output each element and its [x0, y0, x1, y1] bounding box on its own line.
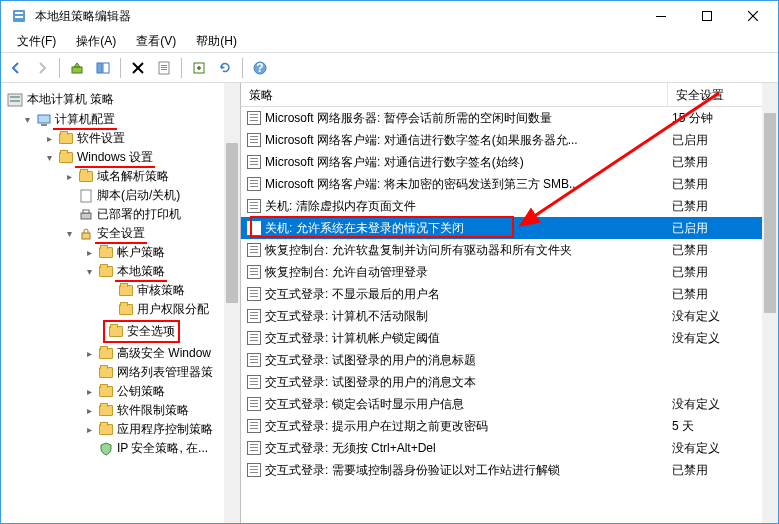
- list-row[interactable]: 交互式登录: 不显示最后的用户名已禁用: [241, 283, 778, 305]
- tree-node-advanced-windows[interactable]: ▸ 高级安全 Window: [7, 344, 238, 363]
- shield-icon: [98, 441, 114, 457]
- tree-node-scripts[interactable]: 脚本(启动/关机): [7, 186, 238, 205]
- export-list-button[interactable]: [188, 57, 210, 79]
- forward-button[interactable]: [31, 57, 53, 79]
- list-row[interactable]: Microsoft 网络客户端: 对通信进行数字签名(始终)已禁用: [241, 151, 778, 173]
- tree-label: 网络列表管理器策: [117, 364, 213, 381]
- list-row[interactable]: 交互式登录: 需要域控制器身份验证以对工作站进行解锁已禁用: [241, 459, 778, 481]
- list-rows: Microsoft 网络服务器: 暂停会话前所需的空闲时间数量15 分钟Micr…: [241, 107, 778, 481]
- refresh-button[interactable]: [214, 57, 236, 79]
- tree-node-local-policies[interactable]: ▾ 本地策略: [7, 262, 238, 281]
- tree-node-audit-policy[interactable]: 审核策略: [7, 281, 238, 300]
- policy-label: 交互式登录: 试图登录的用户的消息标题: [265, 352, 476, 369]
- chevron-down-icon[interactable]: ▾: [43, 153, 55, 163]
- list-row[interactable]: 恢复控制台: 允许自动管理登录已禁用: [241, 261, 778, 283]
- tree-root[interactable]: 本地计算机 策略: [7, 89, 238, 110]
- tree-node-ip-security[interactable]: IP 安全策略, 在...: [7, 439, 238, 458]
- list-row[interactable]: 关机: 允许系统在未登录的情况下关闭已启用: [241, 217, 778, 239]
- folder-icon: [98, 403, 114, 419]
- menu-view[interactable]: 查看(V): [126, 31, 186, 52]
- tree-node-deployed-printers[interactable]: 已部署的打印机: [7, 205, 238, 224]
- tree-node-windows-settings[interactable]: ▾ Windows 设置: [7, 148, 238, 167]
- list-row[interactable]: Microsoft 网络客户端: 对通信进行数字签名(如果服务器允...已启用: [241, 129, 778, 151]
- list-row[interactable]: Microsoft 网络服务器: 暂停会话前所需的空闲时间数量15 分钟: [241, 107, 778, 129]
- folder-icon: [98, 264, 114, 280]
- printer-icon: [78, 207, 94, 223]
- list-row[interactable]: 恢复控制台: 允许软盘复制并访问所有驱动器和所有文件夹已禁用: [241, 239, 778, 261]
- tree-label: 已部署的打印机: [97, 206, 181, 223]
- minimize-button[interactable]: [638, 2, 684, 30]
- menu-file[interactable]: 文件(F): [7, 31, 66, 52]
- tree-label: 应用程序控制策略: [117, 421, 213, 438]
- delete-button[interactable]: [127, 57, 149, 79]
- list-row[interactable]: 交互式登录: 计算机帐户锁定阈值没有定义: [241, 327, 778, 349]
- policy-item-icon: [247, 331, 261, 345]
- show-hide-tree-button[interactable]: [92, 57, 114, 79]
- chevron-down-icon[interactable]: ▾: [21, 115, 33, 125]
- list-row[interactable]: Microsoft 网络客户端: 将未加密的密码发送到第三方 SMB...已禁用: [241, 173, 778, 195]
- policy-item-icon: [247, 419, 261, 433]
- tree-node-account-policies[interactable]: ▸ 帐户策略: [7, 243, 238, 262]
- menu-help[interactable]: 帮助(H): [186, 31, 247, 52]
- tree-node-security-settings[interactable]: ▾ 安全设置: [7, 224, 238, 243]
- chevron-right-icon[interactable]: ▸: [63, 172, 75, 182]
- chevron-down-icon[interactable]: ▾: [83, 267, 95, 277]
- policy-item-icon: [247, 397, 261, 411]
- chevron-down-icon[interactable]: ▾: [63, 229, 75, 239]
- list-row[interactable]: 交互式登录: 提示用户在过期之前更改密码5 天: [241, 415, 778, 437]
- tree-node-computer-config[interactable]: ▾ 计算机配置: [7, 110, 238, 129]
- list-scrollbar[interactable]: [762, 83, 778, 523]
- properties-button[interactable]: [153, 57, 175, 79]
- svg-rect-3: [656, 16, 666, 17]
- toolbar: ?: [1, 53, 778, 83]
- tree-label: 公钥策略: [117, 383, 165, 400]
- folder-icon: [58, 131, 74, 147]
- tree-node-security-options[interactable]: 安全选项: [7, 319, 238, 344]
- list-row[interactable]: 交互式登录: 试图登录的用户的消息标题: [241, 349, 778, 371]
- folder-icon: [98, 245, 114, 261]
- maximize-button[interactable]: [684, 2, 730, 30]
- list-row[interactable]: 关机: 清除虚拟内存页面文件已禁用: [241, 195, 778, 217]
- help-button[interactable]: ?: [249, 57, 271, 79]
- tree-label: 域名解析策略: [97, 168, 169, 185]
- folder-icon: [58, 150, 74, 166]
- svg-rect-8: [97, 63, 102, 73]
- list-row[interactable]: 交互式登录: 计算机不活动限制没有定义: [241, 305, 778, 327]
- policy-label: Microsoft 网络客户端: 对通信进行数字签名(如果服务器允...: [265, 132, 578, 149]
- chevron-right-icon[interactable]: ▸: [83, 387, 95, 397]
- tree-node-network-list[interactable]: 网络列表管理器策: [7, 363, 238, 382]
- scrollbar-thumb[interactable]: [226, 143, 238, 303]
- policy-label: 交互式登录: 不显示最后的用户名: [265, 286, 440, 303]
- policy-label: Microsoft 网络服务器: 暂停会话前所需的空闲时间数量: [265, 110, 552, 127]
- tree-label: 安全选项: [127, 323, 175, 340]
- column-header-policy[interactable]: 策略: [241, 83, 668, 106]
- tree-node-user-rights[interactable]: 用户权限分配: [7, 300, 238, 319]
- tree-label: 审核策略: [137, 282, 185, 299]
- tree-scrollbar[interactable]: [224, 83, 240, 523]
- menu-action[interactable]: 操作(A): [66, 31, 126, 52]
- lock-icon: [78, 226, 94, 242]
- chevron-right-icon[interactable]: ▸: [83, 425, 95, 435]
- chevron-right-icon[interactable]: ▸: [43, 134, 55, 144]
- tree-label: 安全设置: [97, 225, 145, 242]
- list-row[interactable]: 交互式登录: 无须按 Ctrl+Alt+Del没有定义: [241, 437, 778, 459]
- svg-rect-21: [10, 100, 20, 102]
- tree-label: 软件限制策略: [117, 402, 189, 419]
- tree-node-software-restriction[interactable]: ▸ 软件限制策略: [7, 401, 238, 420]
- scrollbar-thumb[interactable]: [764, 113, 776, 313]
- tree-node-software-settings[interactable]: ▸ 软件设置: [7, 129, 238, 148]
- list-row[interactable]: 交互式登录: 锁定会话时显示用户信息没有定义: [241, 393, 778, 415]
- tree-root-label: 本地计算机 策略: [27, 91, 114, 108]
- policy-label: Microsoft 网络客户端: 对通信进行数字签名(始终): [265, 154, 524, 171]
- back-button[interactable]: [5, 57, 27, 79]
- close-button[interactable]: [730, 2, 776, 30]
- up-button[interactable]: [66, 57, 88, 79]
- chevron-right-icon[interactable]: ▸: [83, 349, 95, 359]
- svg-rect-20: [10, 96, 20, 98]
- chevron-right-icon[interactable]: ▸: [83, 248, 95, 258]
- tree-node-name-resolution[interactable]: ▸ 域名解析策略: [7, 167, 238, 186]
- tree-node-public-key[interactable]: ▸ 公钥策略: [7, 382, 238, 401]
- tree-node-app-control[interactable]: ▸ 应用程序控制策略: [7, 420, 238, 439]
- chevron-right-icon[interactable]: ▸: [83, 406, 95, 416]
- list-row[interactable]: 交互式登录: 试图登录的用户的消息文本: [241, 371, 778, 393]
